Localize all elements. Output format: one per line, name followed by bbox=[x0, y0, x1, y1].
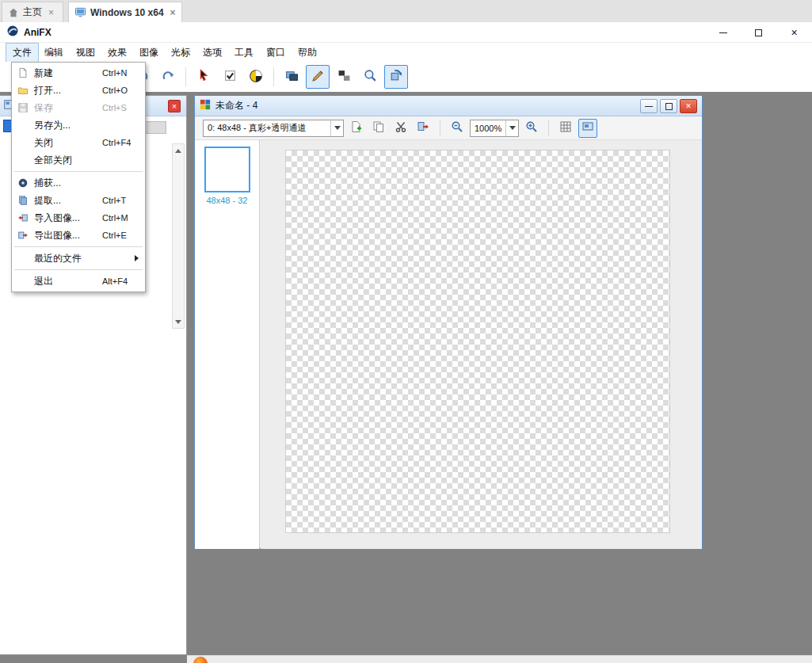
menu-effects[interactable]: 效果 bbox=[101, 44, 133, 62]
zoom-select[interactable]: 1000% bbox=[470, 120, 519, 137]
test-check-icon bbox=[223, 69, 237, 85]
minimize-button[interactable] bbox=[705, 22, 741, 43]
draw-mode-button[interactable] bbox=[306, 65, 330, 89]
menu-cursor[interactable]: 光标 bbox=[165, 44, 196, 62]
open-folder-icon bbox=[12, 85, 34, 96]
frame-thumbnail-selected[interactable] bbox=[204, 147, 250, 192]
preview-button[interactable] bbox=[578, 119, 597, 138]
tab-windows10[interactable]: Windows 10 x64 × bbox=[68, 2, 182, 22]
menu-item-recent-files[interactable]: 最近的文件 bbox=[12, 250, 145, 267]
menu-file[interactable]: 文件 bbox=[6, 44, 38, 62]
duplicate-frame-button[interactable] bbox=[369, 119, 388, 138]
swap-images-button[interactable] bbox=[332, 65, 356, 89]
arrow-up-icon bbox=[175, 149, 181, 153]
menu-item-new[interactable]: 新建 Ctrl+N bbox=[12, 64, 145, 82]
grid-icon bbox=[559, 120, 572, 135]
menu-item-save-as[interactable]: 另存为... bbox=[12, 116, 145, 134]
frame-select[interactable]: 0: 48x48 - 真彩+透明通道 bbox=[203, 120, 344, 137]
cursor-arrow-icon bbox=[197, 69, 211, 85]
menu-bar: 文件 编辑 视图 效果 图像 光标 选项 工具 窗口 帮助 bbox=[0, 43, 812, 62]
monitor-icon bbox=[74, 6, 86, 18]
duplicate-frame-icon bbox=[372, 120, 385, 135]
submenu-arrow-icon bbox=[135, 255, 139, 261]
images-icon bbox=[285, 69, 299, 85]
screen: 主页 × Windows 10 x64 × AniFX × 文件 编辑 视图 效… bbox=[0, 0, 812, 663]
menu-item-exit[interactable]: 退出 Alt+F4 bbox=[12, 272, 145, 290]
chevron-down-icon[interactable] bbox=[505, 120, 518, 136]
menu-item-close-all[interactable]: 全部关闭 bbox=[12, 151, 145, 169]
delete-frame-button[interactable] bbox=[391, 119, 410, 138]
panel-close-button[interactable]: × bbox=[168, 100, 181, 112]
arrow-down-icon bbox=[175, 320, 181, 324]
chevron-down-icon[interactable] bbox=[330, 120, 343, 136]
menu-item-export-image[interactable]: 导出图像... Ctrl+E bbox=[12, 227, 145, 244]
image-list-button[interactable] bbox=[280, 65, 303, 89]
menu-window[interactable]: 窗口 bbox=[260, 44, 292, 62]
close-button[interactable]: × bbox=[776, 22, 812, 43]
tab-label: 主页 bbox=[23, 6, 42, 19]
scroll-up-button[interactable] bbox=[173, 144, 184, 157]
menu-separator bbox=[14, 171, 143, 172]
show-grid-button[interactable] bbox=[556, 119, 575, 138]
colors-button[interactable] bbox=[244, 65, 268, 89]
effects-button[interactable] bbox=[384, 65, 408, 89]
add-frame-button[interactable] bbox=[347, 119, 366, 138]
maximize-icon bbox=[665, 103, 673, 110]
import-image-icon bbox=[12, 212, 34, 223]
tab-close-icon[interactable]: × bbox=[170, 7, 176, 18]
zoom-tool-button[interactable] bbox=[358, 65, 382, 89]
home-icon bbox=[8, 7, 19, 18]
toolbar-separator bbox=[273, 67, 274, 86]
menu-tools[interactable]: 工具 bbox=[228, 44, 260, 62]
tab-label: Windows 10 x64 bbox=[90, 7, 164, 18]
maximize-button[interactable] bbox=[741, 22, 776, 43]
menu-image[interactable]: 图像 bbox=[133, 44, 165, 62]
menu-edit[interactable]: 编辑 bbox=[38, 44, 70, 62]
menu-item-open[interactable]: 打开... Ctrl+O bbox=[12, 82, 145, 99]
tab-close-icon[interactable]: × bbox=[48, 7, 54, 18]
menu-view[interactable]: 视图 bbox=[70, 44, 101, 62]
zoom-out-icon bbox=[451, 120, 463, 135]
frames-strip: 48x48 - 32 bbox=[195, 140, 260, 549]
document-title: 未命名 - 4 bbox=[215, 99, 257, 112]
cut-icon bbox=[395, 120, 407, 135]
toolbar-separator bbox=[548, 120, 549, 136]
test-button[interactable] bbox=[218, 65, 242, 89]
menu-item-close[interactable]: 关闭 Ctrl+F4 bbox=[12, 134, 145, 151]
transparent-canvas[interactable] bbox=[285, 150, 670, 533]
capture-icon bbox=[12, 177, 34, 189]
save-floppy-icon bbox=[12, 102, 34, 113]
panel-scrollbar[interactable] bbox=[172, 143, 185, 329]
app-title-bar: AniFX × bbox=[0, 22, 812, 43]
toolbar-separator bbox=[185, 67, 186, 86]
menu-item-import-image[interactable]: 导入图像... Ctrl+M bbox=[12, 209, 145, 227]
document-maximize-button[interactable] bbox=[660, 99, 677, 113]
menu-options[interactable]: 选项 bbox=[196, 44, 228, 62]
menu-help[interactable]: 帮助 bbox=[292, 44, 323, 62]
export-frame-button[interactable] bbox=[414, 119, 433, 138]
redo-button[interactable] bbox=[156, 65, 180, 89]
new-document-icon bbox=[12, 67, 34, 78]
tab-home[interactable]: 主页 × bbox=[2, 2, 63, 22]
cursor-tool-button[interactable] bbox=[192, 65, 215, 89]
document-title-bar[interactable]: 未命名 - 4 × bbox=[195, 96, 702, 116]
document-minimize-button[interactable] bbox=[640, 99, 658, 113]
document-icon bbox=[200, 99, 211, 112]
menu-item-save[interactable]: 保存 Ctrl+S bbox=[12, 99, 145, 116]
minimize-icon bbox=[645, 106, 653, 107]
panel-gray-button[interactable] bbox=[143, 121, 166, 134]
menu-item-extract[interactable]: 提取... Ctrl+T bbox=[12, 192, 145, 209]
document-window-controls: × bbox=[640, 99, 697, 113]
scroll-down-button[interactable] bbox=[173, 315, 184, 328]
frame-select-value: 0: 48x48 - 真彩+透明通道 bbox=[204, 122, 330, 134]
export-image-icon bbox=[12, 230, 34, 241]
swap-images-icon bbox=[337, 69, 351, 85]
bottom-taskbar-strip bbox=[187, 655, 812, 663]
zoom-in-icon bbox=[525, 120, 538, 135]
menu-item-capture[interactable]: 捕获... bbox=[12, 174, 145, 192]
document-close-button[interactable]: × bbox=[680, 99, 697, 113]
zoom-out-button[interactable] bbox=[448, 119, 467, 138]
minimize-icon bbox=[719, 32, 727, 33]
zoom-in-button[interactable] bbox=[522, 119, 541, 138]
toolbar-separator bbox=[440, 120, 440, 136]
